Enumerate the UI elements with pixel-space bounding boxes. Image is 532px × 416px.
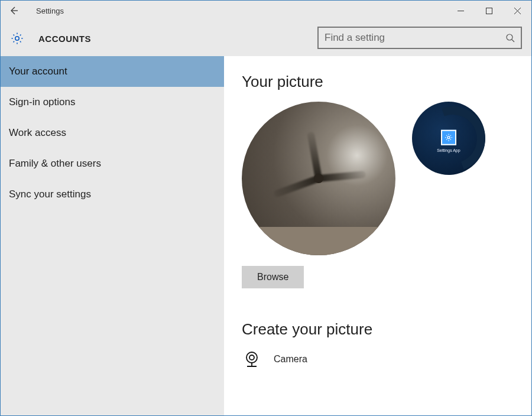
maximize-button[interactable] <box>475 1 503 21</box>
sidebar-item-your-account[interactable]: Your account <box>1 56 224 87</box>
svg-point-1 <box>15 37 19 40</box>
main-content: Your picture Settings App Br <box>224 56 531 415</box>
sidebar-item-family-other-users[interactable]: Family & other users <box>1 148 224 179</box>
sidebar-item-sign-in-options[interactable]: Sign-in options <box>1 87 224 118</box>
previous-account-picture[interactable]: Settings App <box>412 102 485 175</box>
camera-icon <box>242 349 262 369</box>
close-button[interactable] <box>503 1 531 21</box>
header: ACCOUNTS <box>1 21 531 56</box>
your-picture-heading: Your picture <box>242 73 514 91</box>
search-icon <box>505 33 515 43</box>
thumbnail-caption: Settings App <box>437 148 460 152</box>
back-button[interactable] <box>1 1 27 21</box>
svg-point-2 <box>507 34 512 40</box>
pictures-row: Settings App <box>242 102 514 255</box>
sidebar-item-label: Sign-in options <box>9 96 75 108</box>
search-box[interactable] <box>317 27 522 49</box>
gear-icon <box>10 31 24 46</box>
current-account-picture <box>242 102 395 255</box>
window-title: Settings <box>36 6 64 15</box>
sidebar-item-sync-your-settings[interactable]: Sync your settings <box>1 179 224 210</box>
gear-icon <box>441 130 456 145</box>
titlebar: Settings <box>1 1 531 21</box>
category-title: ACCOUNTS <box>38 34 91 44</box>
sidebar: Your account Sign-in options Work access… <box>1 56 224 415</box>
sidebar-item-label: Your account <box>9 66 67 77</box>
svg-point-3 <box>447 136 450 139</box>
search-input[interactable] <box>325 32 505 44</box>
maximize-icon <box>486 8 492 14</box>
camera-option[interactable]: Camera <box>242 349 514 369</box>
sidebar-item-label: Family & other users <box>9 158 101 169</box>
minimize-icon <box>458 8 464 14</box>
camera-label: Camera <box>274 354 307 365</box>
arrow-left-icon <box>9 6 18 15</box>
svg-point-5 <box>249 355 254 360</box>
sidebar-item-label: Work access <box>9 127 66 138</box>
minimize-button[interactable] <box>446 1 475 21</box>
sidebar-item-work-access[interactable]: Work access <box>1 118 224 148</box>
create-your-picture-heading: Create your picture <box>242 320 514 339</box>
svg-rect-0 <box>486 8 492 14</box>
browse-button[interactable]: Browse <box>242 266 304 288</box>
window-controls <box>446 1 531 21</box>
body: Your account Sign-in options Work access… <box>1 56 531 415</box>
svg-point-4 <box>246 352 257 363</box>
close-icon <box>514 8 521 14</box>
sidebar-item-label: Sync your settings <box>9 188 91 200</box>
create-your-picture-section: Create your picture Camera <box>242 320 514 369</box>
